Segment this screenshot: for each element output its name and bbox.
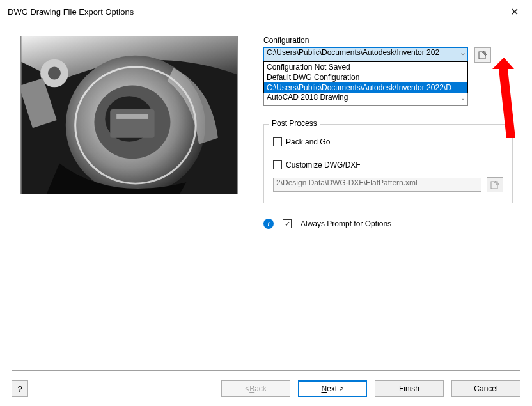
chevron-down-icon: ⌵ bbox=[461, 49, 465, 56]
info-icon[interactable]: i bbox=[263, 219, 274, 229]
configuration-dropdown-list[interactable]: Configuration Not Saved Default DWG Conf… bbox=[263, 61, 468, 93]
file-version-dropdown[interactable]: AutoCAD 2018 Drawing ⌵ bbox=[263, 92, 468, 106]
post-process-legend: Post Process bbox=[269, 119, 320, 128]
config-option-not-saved[interactable]: Configuration Not Saved bbox=[264, 62, 467, 72]
preview-image bbox=[20, 36, 238, 194]
customize-dwg-label: Customize DWG/DXF bbox=[286, 160, 361, 169]
customize-path-input: 2\Design Data\DWG-DXF\FlatPattern.xml bbox=[273, 178, 481, 192]
browse-icon bbox=[478, 50, 488, 60]
always-prompt-label: Always Prompt for Options bbox=[301, 219, 391, 228]
svg-rect-6 bbox=[116, 114, 148, 119]
svg-rect-5 bbox=[110, 109, 154, 138]
close-button[interactable]: ✕ bbox=[504, 6, 524, 18]
svg-point-8 bbox=[48, 67, 61, 80]
browse-config-button[interactable] bbox=[474, 47, 491, 63]
config-option-path[interactable]: C:\Users\Public\Documents\Autodesk\Inven… bbox=[264, 82, 467, 93]
browse-customize-button[interactable] bbox=[487, 177, 503, 192]
next-button[interactable]: Next > bbox=[298, 380, 367, 397]
chevron-down-icon: ⌵ bbox=[461, 94, 465, 101]
configuration-label: Configuration bbox=[263, 36, 514, 45]
help-icon: ? bbox=[17, 384, 22, 394]
always-prompt-checkbox[interactable]: ✓ bbox=[283, 219, 292, 228]
browse-icon bbox=[490, 180, 500, 190]
post-process-group: Post Process Pack and Go Customize DWG/D… bbox=[263, 124, 513, 203]
pack-and-go-checkbox[interactable] bbox=[273, 137, 282, 146]
window-title: DWG Drawing File Export Options bbox=[8, 7, 504, 17]
configuration-selected-value: C:\Users\Public\Documents\Autodesk\Inven… bbox=[267, 48, 439, 57]
customize-dwg-checkbox[interactable] bbox=[273, 160, 282, 169]
pack-and-go-label: Pack and Go bbox=[286, 137, 330, 146]
footer-separator bbox=[12, 370, 520, 371]
file-version-value: AutoCAD 2018 Drawing bbox=[267, 93, 348, 102]
configuration-dropdown[interactable]: C:\Users\Public\Documents\Autodesk\Inven… bbox=[263, 47, 468, 61]
help-button[interactable]: ? bbox=[12, 380, 28, 397]
back-button: < Back bbox=[221, 380, 290, 397]
config-option-default[interactable]: Default DWG Configuration bbox=[264, 72, 467, 82]
cancel-button[interactable]: Cancel bbox=[451, 380, 520, 397]
finish-button[interactable]: Finish bbox=[375, 380, 444, 397]
